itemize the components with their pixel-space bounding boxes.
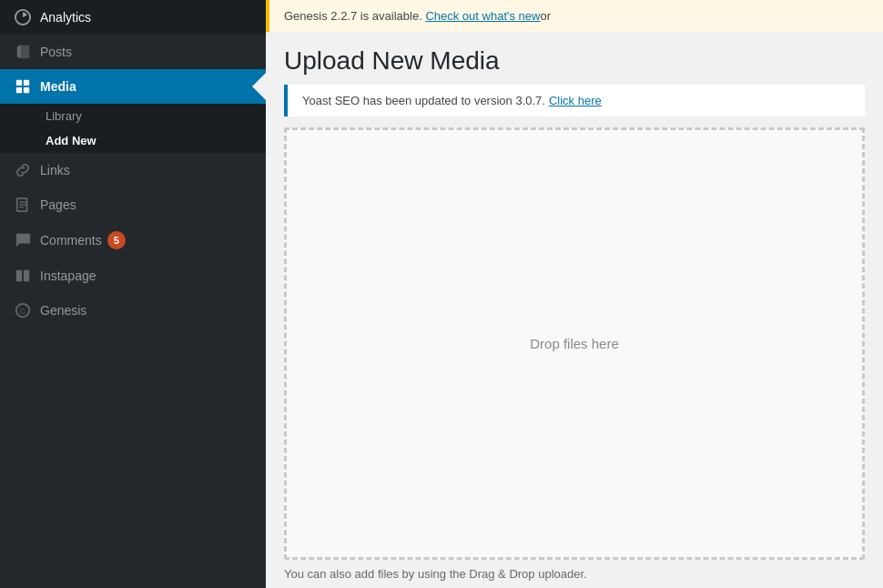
svg-rect-10 [16, 270, 22, 282]
sidebar-item-genesis[interactable]: G Genesis [0, 293, 266, 328]
svg-rect-4 [16, 87, 22, 93]
comments-badge: 5 [107, 231, 126, 249]
file-drop-zone[interactable]: Drop files here [284, 127, 865, 560]
sidebar-item-label: Instapage [40, 269, 96, 283]
sidebar-item-label: Links [40, 163, 70, 177]
sidebar-item-media[interactable]: Media [0, 69, 266, 104]
media-icon [15, 78, 40, 95]
submenu-add-new[interactable]: Add New [0, 128, 266, 153]
submenu-library[interactable]: Library [0, 104, 266, 128]
sidebar-item-comments[interactable]: Comments 5 [0, 222, 266, 259]
sidebar-item-links[interactable]: Links [0, 153, 266, 188]
sidebar-item-label: Media [40, 79, 76, 94]
page-title-area: Upload New Media [266, 32, 883, 85]
pages-icon [15, 197, 40, 213]
sidebar-item-pages[interactable]: Pages [0, 188, 266, 222]
sidebar-item-label: Comments [40, 233, 102, 248]
media-submenu: Library Add New [0, 104, 266, 153]
instapage-icon [15, 268, 40, 284]
sidebar-item-analytics[interactable]: Analytics [0, 0, 266, 35]
sidebar-item-label: Posts [40, 45, 72, 59]
sidebar-item-label: Pages [40, 198, 76, 212]
sidebar: Analytics Posts Media Library Add New [0, 0, 266, 588]
yoast-notice-link[interactable]: Click here [549, 94, 602, 107]
sidebar-item-label: Genesis [40, 303, 86, 318]
drop-zone-placeholder: Drop files here [530, 336, 619, 351]
upload-helper-text: You can also add files by using the Drag… [266, 560, 883, 588]
main-content: Genesis 2.2.7 is available. Check out wh… [266, 0, 883, 588]
yoast-notice-text: Yoast SEO has been updated to version 3.… [302, 94, 545, 107]
genesis-notice-text: Genesis 2.2.7 is available. [284, 9, 422, 23]
svg-rect-3 [24, 80, 29, 86]
genesis-icon: G [15, 302, 40, 319]
comments-icon [15, 232, 40, 248]
sidebar-item-label: Analytics [40, 10, 91, 25]
svg-rect-1 [21, 46, 29, 58]
sidebar-item-instapage[interactable]: Instapage [0, 259, 266, 293]
svg-rect-5 [24, 87, 29, 93]
links-icon [15, 162, 40, 178]
sidebar-item-posts[interactable]: Posts [0, 35, 266, 69]
posts-icon [15, 44, 40, 60]
page-title: Upload New Media [284, 46, 865, 76]
genesis-notice-link[interactable]: Check out what's new [425, 9, 540, 23]
yoast-notice: Yoast SEO has been updated to version 3.… [284, 85, 865, 117]
svg-text:G: G [20, 308, 25, 316]
genesis-update-notice: Genesis 2.2.7 is available. Check out wh… [266, 0, 883, 32]
svg-rect-2 [16, 80, 22, 86]
genesis-notice-suffix: or [540, 9, 551, 23]
svg-rect-11 [24, 270, 29, 282]
analytics-icon [15, 9, 40, 25]
